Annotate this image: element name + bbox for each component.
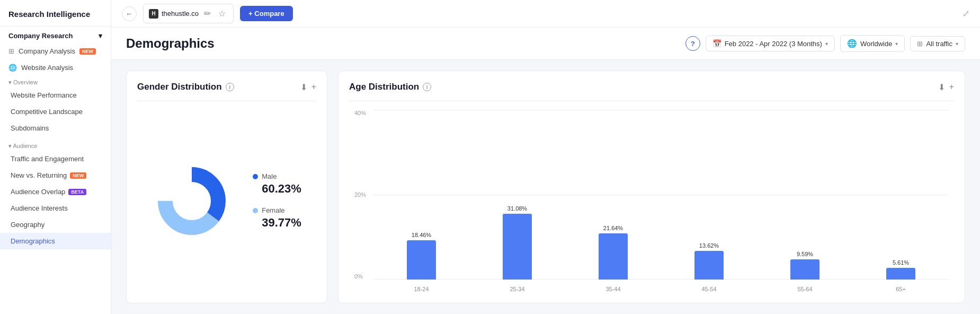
app-title: Research Intelligence xyxy=(0,0,111,27)
bar-group-18-24: 18.46% xyxy=(373,232,469,292)
bar-value-55-64: 9.59% xyxy=(797,251,813,257)
bar-rect-45-54 xyxy=(694,251,724,280)
sidebar-item-website-performance[interactable]: Website Performance xyxy=(0,87,111,103)
sidebar-item-geography[interactable]: Geography xyxy=(0,216,111,233)
traffic-label: All traffic xyxy=(926,40,952,48)
traffic-dropdown[interactable]: ⊞ All traffic ▾ xyxy=(910,36,965,51)
bar-rect-35-44 xyxy=(599,233,628,280)
overview-label: ▾ Overview xyxy=(0,76,111,87)
calendar-icon: 📅 xyxy=(712,39,721,48)
bar-chart-body: 40% 20% 0% 18.46%31.08%21.64%13.62%9.59%… xyxy=(354,110,949,292)
age-bar-chart: 40% 20% 0% 18.46%31.08%21.64%13.62%9.59%… xyxy=(349,110,954,292)
globe-icon: 🌐 xyxy=(8,64,17,72)
bar-value-18-24: 18.46% xyxy=(412,232,431,238)
gender-add-button[interactable]: + xyxy=(311,82,316,92)
y-axis: 40% 20% 0% xyxy=(354,110,373,280)
bar-rect-55-64 xyxy=(790,259,819,280)
y-label-20: 20% xyxy=(354,191,373,198)
sidebar-item-demographics[interactable]: Demographics xyxy=(0,233,111,249)
gender-chart-actions: ⬇ + xyxy=(300,82,316,92)
bar-group-35-44: 21.64% xyxy=(565,225,661,292)
age-chart-actions: ⬇ + xyxy=(938,82,954,92)
site-favicon: H xyxy=(149,9,158,19)
bar-group-45-54: 13.62% xyxy=(661,242,757,292)
bar-value-45-54: 13.62% xyxy=(699,242,719,249)
page-header: Demographics ? 📅 Feb 2022 - Apr 2022 (3 … xyxy=(111,28,980,60)
chevron-down-icon-date: ▾ xyxy=(825,41,828,47)
bar-value-65+: 5.61% xyxy=(893,259,909,266)
topbar-right: ⤢ xyxy=(963,8,969,19)
gender-info-icon[interactable]: i xyxy=(226,83,234,91)
sidebar-item-company-analysis[interactable]: ⊞ Company Analysis NEW xyxy=(0,43,111,59)
bar-value-25-34: 31.08% xyxy=(507,205,527,212)
region-label: Worldwide xyxy=(860,40,892,48)
bar-rect-18-24 xyxy=(407,240,436,280)
new-badge-returning: NEW xyxy=(70,172,86,179)
bar-xlabel-18-24: 18-24 xyxy=(373,286,469,292)
charts-area: Gender Distribution i ⬇ + xyxy=(111,60,980,314)
bar-xlabel-45-54: 45-54 xyxy=(661,286,757,292)
sidebar-item-new-returning[interactable]: New vs. Returning NEW xyxy=(0,167,111,184)
sidebar-item-audience-overlap[interactable]: Audience Overlap BETA xyxy=(0,184,111,200)
region-dropdown[interactable]: 🌐 Worldwide ▾ xyxy=(840,35,905,52)
sidebar: Research Intelligence Company Research ▾… xyxy=(0,0,111,314)
bar-rect-65+ xyxy=(886,268,915,280)
company-research-section[interactable]: Company Research ▾ xyxy=(0,27,111,43)
bar-group-25-34: 31.08% xyxy=(469,205,565,292)
age-add-button[interactable]: + xyxy=(949,82,954,92)
bar-rect-25-34 xyxy=(503,214,532,280)
chevron-down-icon-traffic: ▾ xyxy=(956,41,958,47)
compare-button[interactable]: + Compare xyxy=(240,6,293,21)
sidebar-item-subdomains[interactable]: Subdomains xyxy=(0,120,111,136)
chevron-down-icon-small: ▾ xyxy=(8,79,13,85)
sidebar-item-website-analysis[interactable]: 🌐 Website Analysis xyxy=(0,59,111,76)
bar-xlabel-65+: 65+ xyxy=(853,286,949,292)
chevron-down-icon-region: ▾ xyxy=(895,41,898,47)
gender-chart-title: Gender Distribution i xyxy=(137,82,234,92)
grid-icon: ⊞ xyxy=(8,47,14,55)
site-name: thehustle.co xyxy=(162,10,199,18)
donut-area: Male 60.23% Female 39.77% xyxy=(137,110,316,292)
female-dot xyxy=(253,208,258,213)
sidebar-item-audience-interests[interactable]: Audience Interests xyxy=(0,200,111,216)
sidebar-item-traffic-engagement[interactable]: Traffic and Engagement xyxy=(0,151,111,167)
date-range-dropdown[interactable]: 📅 Feb 2022 - Apr 2022 (3 Months) ▾ xyxy=(706,36,835,51)
main-content: ← H thehustle.co ✏ ☆ + Compare ⤢ Demogra… xyxy=(111,0,980,314)
male-legend-item: Male 60.23% xyxy=(253,172,301,196)
age-chart-title: Age Distribution i xyxy=(349,82,431,92)
gender-download-button[interactable]: ⬇ xyxy=(300,82,307,92)
female-label: Female xyxy=(262,206,284,214)
bar-xlabel-55-64: 55-64 xyxy=(757,286,853,292)
site-tag: H thehustle.co ✏ ☆ xyxy=(143,4,234,23)
traffic-icon: ⊞ xyxy=(917,40,923,48)
male-value: 60.23% xyxy=(253,182,301,196)
star-button[interactable]: ☆ xyxy=(216,6,228,21)
sidebar-item-competitive-landscape[interactable]: Competitive Landscape xyxy=(0,103,111,120)
topbar: ← H thehustle.co ✏ ☆ + Compare ⤢ xyxy=(111,0,980,28)
header-controls: ? 📅 Feb 2022 - Apr 2022 (3 Months) ▾ 🌐 W… xyxy=(685,35,965,52)
gender-chart-header: Gender Distribution i ⬇ + xyxy=(137,82,316,92)
male-dot xyxy=(253,174,258,179)
y-label-40: 40% xyxy=(354,110,373,116)
globe-icon-region: 🌐 xyxy=(847,39,857,48)
age-chart-header: Age Distribution i ⬇ + xyxy=(349,82,954,92)
chevron-down-icon: ▾ xyxy=(99,32,102,40)
help-button[interactable]: ? xyxy=(685,36,700,51)
male-label: Male xyxy=(262,172,277,180)
bars-container: 18.46%31.08%21.64%13.62%9.59%5.61% xyxy=(373,110,949,292)
edit-button[interactable]: ✏ xyxy=(202,6,213,21)
new-badge: NEW xyxy=(79,48,96,55)
bar-value-35-44: 21.64% xyxy=(603,225,623,231)
age-info-icon[interactable]: i xyxy=(423,83,431,91)
expand-icon[interactable]: ⤢ xyxy=(963,9,969,18)
female-legend-item: Female 39.77% xyxy=(253,206,301,230)
audience-label: ▾ Audience xyxy=(0,139,111,151)
back-button[interactable]: ← xyxy=(122,6,137,21)
bar-xlabel-35-44: 35-44 xyxy=(565,286,661,292)
gender-donut-chart xyxy=(152,161,231,241)
date-range-label: Feb 2022 - Apr 2022 (3 Months) xyxy=(725,40,822,48)
beta-badge: BETA xyxy=(68,189,86,195)
age-download-button[interactable]: ⬇ xyxy=(938,82,945,92)
svg-point-2 xyxy=(173,182,210,220)
bar-xlabel-25-34: 25-34 xyxy=(469,286,565,292)
